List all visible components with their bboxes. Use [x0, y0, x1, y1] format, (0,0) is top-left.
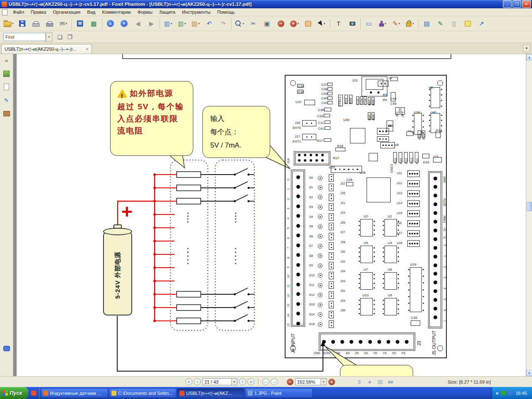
- print-button[interactable]: [29, 17, 43, 30]
- quicklaunch-foxit-icon[interactable]: [31, 391, 36, 396]
- undo-button[interactable]: ↶: [202, 17, 216, 30]
- page-number-box[interactable]: 21 / 43 ▾: [202, 378, 237, 385]
- convert-button[interactable]: ▩: [87, 17, 101, 30]
- share-button[interactable]: ↗: [475, 17, 488, 30]
- pcb-label: J14: [287, 158, 290, 164]
- scrollbar-thumb[interactable]: [527, 202, 532, 211]
- taskbar: Пуск Индуктивные датчики ...C:\Documents…: [0, 387, 532, 399]
- zoom-tool-button[interactable]: ▾: [233, 17, 246, 30]
- rectangle-tool-button[interactable]: ▭: [362, 17, 376, 30]
- extract-pages-button[interactable]: ▥▾: [175, 17, 189, 30]
- search-dropdown-caret-icon[interactable]: ▾: [46, 32, 52, 42]
- previous-view-button[interactable]: ←: [262, 378, 269, 385]
- search-input[interactable]: [3, 33, 46, 41]
- save-button[interactable]: [15, 17, 29, 30]
- zoom-tool-icon: [235, 20, 241, 26]
- zoom-caret-icon[interactable]: ▾: [320, 379, 326, 385]
- tab-list-caret-icon[interactable]: ▼: [523, 44, 530, 52]
- vertical-scrollbar[interactable]: ▲ ▼: [526, 54, 532, 376]
- collapse-panel-button[interactable]: »: [2, 56, 12, 65]
- pin-dot: [429, 89, 430, 90]
- comments-panel-button[interactable]: [2, 344, 12, 353]
- tab-close-icon[interactable]: ×: [86, 47, 89, 52]
- email-button[interactable]: ✉▾: [57, 17, 70, 30]
- pin-dot: [416, 233, 418, 234]
- back-view-button[interactable]: ◀: [131, 17, 145, 30]
- pcb-label: 4: [443, 288, 446, 289]
- taskbar-task[interactable]: C:\Documents and Settin...: [109, 388, 176, 398]
- pcb-label: D7: [309, 244, 313, 247]
- menu-item[interactable]: Инструменты: [179, 9, 214, 15]
- last-page-button[interactable]: »: [247, 378, 254, 385]
- scroll-up-icon[interactable]: ▲: [526, 54, 532, 60]
- tray-shield-icon[interactable]: [501, 391, 506, 395]
- convert-word-button[interactable]: W: [73, 17, 87, 30]
- menu-item[interactable]: Файл: [10, 9, 27, 15]
- menu-item[interactable]: Комментарии: [99, 9, 134, 15]
- tray-network-icon[interactable]: [508, 391, 512, 395]
- document-page[interactable]: C43C32C37C38C39C40C42XTAL1R23R90U37C36C3…: [17, 54, 526, 376]
- pcb-chip: [384, 298, 397, 315]
- minimize-button[interactable]: _: [503, 0, 512, 8]
- pin-dot: [296, 195, 300, 198]
- replace-pages-button[interactable]: ▥▾: [189, 17, 202, 30]
- taskbar-task[interactable]: 1.JPG - Paint: [245, 388, 313, 398]
- continuous-view-button[interactable]: ≡: [366, 378, 373, 385]
- tray-chevron-icon[interactable]: «: [496, 390, 499, 396]
- pin-dot: [433, 315, 437, 319]
- print-setup-button[interactable]: [43, 17, 57, 30]
- close-button[interactable]: ✕: [522, 0, 531, 8]
- select-tool-button[interactable]: ▾: [315, 17, 329, 30]
- insert-pages-button[interactable]: ▥▾: [161, 17, 175, 30]
- open-button[interactable]: ▾: [2, 17, 15, 30]
- snapshot-button[interactable]: ✂: [246, 17, 260, 30]
- facing-view-button[interactable]: ▯▯: [377, 378, 384, 385]
- menu-item[interactable]: Помощь: [214, 9, 238, 15]
- first-page-button[interactable]: «: [185, 378, 192, 385]
- redo-button[interactable]: ↷: [216, 17, 230, 30]
- lock-button[interactable]: ▾: [403, 17, 417, 30]
- next-view-button[interactable]: →: [271, 378, 278, 385]
- menu-item[interactable]: Защита: [156, 9, 179, 15]
- clipboard-button[interactable]: ▣: [260, 17, 274, 30]
- single-page-view-button[interactable]: ▯: [356, 378, 363, 385]
- pencil-button[interactable]: ✎▾: [389, 17, 403, 30]
- stamp-button[interactable]: ▾: [376, 17, 389, 30]
- page-caret-icon[interactable]: ▾: [231, 379, 237, 385]
- pages-panel-button[interactable]: [2, 82, 12, 91]
- menu-item[interactable]: Вид: [84, 9, 99, 15]
- menu-item[interactable]: Формы: [134, 9, 156, 15]
- previous-page-button[interactable]: ‹: [194, 378, 201, 385]
- zoom-level-box[interactable]: 152.59% ▾: [295, 378, 327, 385]
- next-page-button[interactable]: ›: [239, 378, 246, 385]
- edit-content-button[interactable]: ▤: [420, 17, 433, 30]
- find-previous-button[interactable]: ❏: [55, 32, 65, 42]
- attachments-panel-button[interactable]: [2, 109, 12, 118]
- page-down-button[interactable]: ▼: [117, 17, 131, 30]
- document-tab[interactable]: USBLT¦п¬+г¦¬и(AKZ250-ц--)--+-¦г... ×: [1, 44, 92, 54]
- form-designer-button[interactable]: ✎: [433, 17, 447, 30]
- page-display-button[interactable]: ▯: [447, 17, 461, 30]
- scroll-down-icon[interactable]: ▼: [526, 370, 532, 376]
- page-up-button[interactable]: ▲: [103, 17, 117, 30]
- find-next-button[interactable]: ❐: [65, 32, 75, 42]
- forward-view-button[interactable]: ▶: [145, 17, 158, 30]
- zoom-out-button[interactable]: −: [274, 17, 288, 30]
- zoom-in-button[interactable]: +: [328, 379, 335, 385]
- zoom-in-button[interactable]: +▾: [288, 17, 301, 30]
- note-button[interactable]: [461, 17, 475, 30]
- start-button[interactable]: Пуск: [0, 387, 28, 399]
- hand-tool-button[interactable]: [301, 17, 315, 30]
- taskbar-task[interactable]: USBLT¦п¬+г¦¬и(AKZ...: [177, 388, 244, 398]
- zoom-out-button[interactable]: −: [287, 379, 293, 385]
- menu-item[interactable]: Правка: [27, 9, 49, 15]
- camera-button[interactable]: [345, 17, 359, 30]
- continuous-facing-view-button[interactable]: ≡≡: [387, 378, 394, 385]
- menu-item[interactable]: Организация: [49, 9, 84, 15]
- signature-panel-button[interactable]: ✎: [2, 96, 12, 105]
- typewriter-button[interactable]: T: [332, 17, 345, 30]
- taskbar-task[interactable]: Индуктивные датчики ...: [41, 388, 108, 398]
- restore-button[interactable]: ❐: [512, 0, 521, 8]
- layers-panel-button[interactable]: [2, 69, 12, 78]
- mounting-hole: [437, 345, 443, 351]
